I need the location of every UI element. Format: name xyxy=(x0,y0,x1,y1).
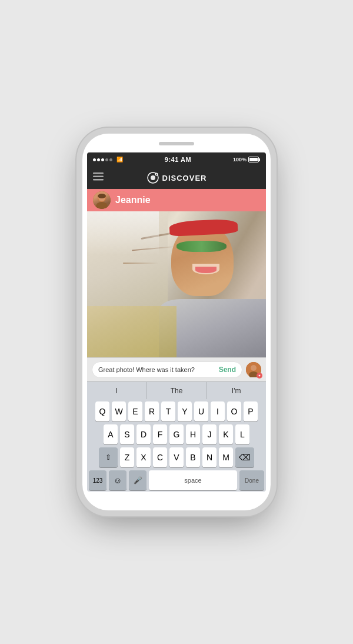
key-y[interactable]: Y xyxy=(178,401,192,421)
heart-badge: ♥ xyxy=(257,373,262,379)
key-n[interactable]: N xyxy=(202,447,217,467)
key-z[interactable]: Z xyxy=(120,447,134,467)
done-key[interactable]: Done xyxy=(239,470,264,490)
key-w[interactable]: W xyxy=(112,401,126,421)
key-x[interactable]: X xyxy=(136,447,151,467)
svg-point-8 xyxy=(96,202,108,209)
user-header[interactable]: Jeannie xyxy=(87,189,266,211)
user-name: Jeannie xyxy=(115,195,151,205)
key-b[interactable]: B xyxy=(186,447,200,467)
backspace-icon: ⌫ xyxy=(239,453,251,462)
svg-point-12 xyxy=(251,365,257,371)
svg-rect-1 xyxy=(93,176,104,178)
key-q[interactable]: Q xyxy=(95,401,109,421)
user-avatar xyxy=(93,191,111,209)
keyboard-row-1: Q W E R T Y U I O P xyxy=(89,401,264,421)
nav-center: DISCOVER xyxy=(146,171,207,184)
key-r[interactable]: R xyxy=(145,401,159,421)
menu-icon[interactable] xyxy=(93,172,104,183)
svg-rect-0 xyxy=(93,172,104,174)
shift-key[interactable]: ⇧ xyxy=(99,447,118,467)
backspace-key[interactable]: ⌫ xyxy=(235,447,254,467)
app-logo xyxy=(146,171,159,184)
key-e[interactable]: E xyxy=(128,401,142,421)
photo-background xyxy=(87,211,266,357)
key-i[interactable]: I xyxy=(211,401,225,421)
key-a[interactable]: A xyxy=(104,424,118,444)
key-o[interactable]: O xyxy=(227,401,241,421)
key-h[interactable]: H xyxy=(186,424,200,444)
status-right: 100% xyxy=(233,157,260,162)
battery-percent: 100% xyxy=(233,157,247,162)
status-time: 9:41 AM xyxy=(165,156,191,163)
wifi-icon: 📶 xyxy=(116,157,123,162)
key-v[interactable]: V xyxy=(169,447,184,467)
svg-point-10 xyxy=(98,194,106,198)
key-t[interactable]: T xyxy=(161,401,175,421)
key-c[interactable]: C xyxy=(153,447,167,467)
predictive-item-0[interactable]: I xyxy=(87,382,147,399)
shift-icon: ⇧ xyxy=(105,453,111,462)
avatar-image xyxy=(93,191,111,209)
keyboard: Q W E R T Y U I O P A S D F G H J K xyxy=(87,399,266,492)
key-m[interactable]: M xyxy=(219,447,233,467)
predictive-item-2[interactable]: I'm xyxy=(207,382,266,399)
predictive-bar: I The I'm xyxy=(87,381,266,399)
svg-rect-2 xyxy=(93,179,104,181)
message-avatar: ♥ xyxy=(246,362,261,377)
key-p[interactable]: P xyxy=(244,401,258,421)
status-left: 📶 xyxy=(93,157,123,162)
battery-icon xyxy=(248,157,260,162)
keyboard-row-3: ⇧ Z X C V B N M ⌫ xyxy=(89,447,264,467)
photo-area xyxy=(87,211,266,357)
nav-title: DISCOVER xyxy=(162,174,207,182)
keyboard-row-2: A S D F G H J K L xyxy=(89,424,264,444)
space-key[interactable]: space xyxy=(149,470,237,490)
message-input-box[interactable]: Great photo! Where was it taken? Send xyxy=(92,361,242,378)
svg-point-4 xyxy=(151,175,155,180)
key-k[interactable]: K xyxy=(219,424,233,444)
predictive-item-1[interactable]: The xyxy=(147,382,207,399)
keyboard-row-4: 123 ☺ 🎤 space Done xyxy=(89,470,264,490)
key-g[interactable]: G xyxy=(169,424,184,444)
key-j[interactable]: J xyxy=(202,424,217,444)
status-bar: 📶 9:41 AM 100% xyxy=(87,152,266,167)
phone-frame: 📶 9:41 AM 100% xyxy=(82,134,271,510)
send-button[interactable]: Send xyxy=(219,366,236,374)
nav-bar: DISCOVER xyxy=(87,167,266,189)
phone-screen: 📶 9:41 AM 100% xyxy=(87,152,266,492)
message-text: Great photo! Where was it taken? xyxy=(98,366,195,373)
key-l[interactable]: L xyxy=(235,424,249,444)
key-s[interactable]: S xyxy=(120,424,134,444)
emoji-key[interactable]: ☺ xyxy=(109,470,126,490)
message-input-area: Great photo! Where was it taken? Send ♥ xyxy=(87,357,266,381)
signal-indicator xyxy=(93,158,112,161)
mic-key[interactable]: 🎤 xyxy=(129,470,146,490)
key-d[interactable]: D xyxy=(136,424,151,444)
svg-point-6 xyxy=(156,174,157,175)
key-f[interactable]: F xyxy=(153,424,167,444)
numbers-key[interactable]: 123 xyxy=(89,470,106,490)
key-u[interactable]: U xyxy=(194,401,208,421)
